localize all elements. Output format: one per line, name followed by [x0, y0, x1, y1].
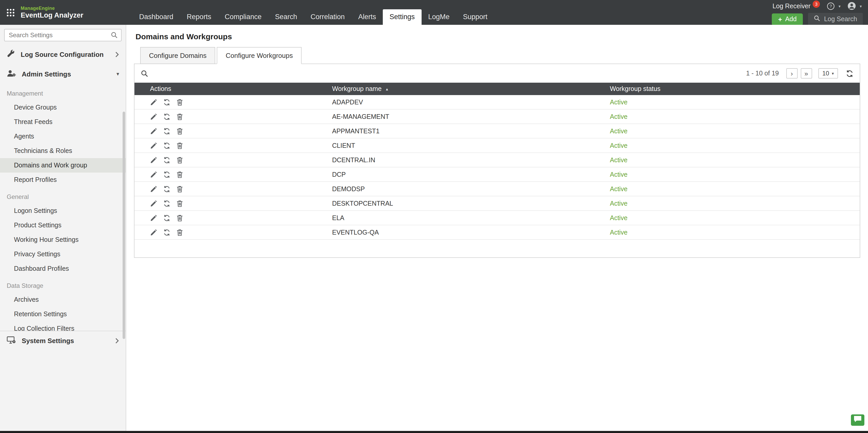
- sync-icon[interactable]: [163, 113, 171, 120]
- sidebar-item-dashboard-profiles[interactable]: Dashboard Profiles: [0, 262, 126, 276]
- delete-icon[interactable]: [176, 214, 183, 222]
- edit-icon[interactable]: [150, 98, 157, 106]
- log-receiver-link[interactable]: Log Receiver: [773, 2, 811, 9]
- sidebar-item-report-profiles[interactable]: Report Profiles: [0, 173, 126, 187]
- sidebar-item-product-settings[interactable]: Product Settings: [0, 218, 126, 233]
- delete-icon[interactable]: [176, 156, 183, 164]
- sidebar-item-privacy-settings[interactable]: Privacy Settings: [0, 247, 126, 262]
- table-row: DCENTRAL.INActive: [134, 153, 860, 167]
- delete-icon[interactable]: [176, 142, 183, 149]
- sync-icon[interactable]: [163, 229, 171, 236]
- edit-icon[interactable]: [150, 200, 157, 207]
- nav-tab-dashboard[interactable]: Dashboard: [132, 9, 180, 25]
- delete-icon[interactable]: [176, 98, 183, 106]
- delete-icon[interactable]: [176, 185, 183, 193]
- sidebar-section-title: Data Storage: [0, 276, 126, 293]
- sidebar-item-retention-settings[interactable]: Retention Settings: [0, 307, 126, 322]
- workgroup-name: DCP: [327, 171, 607, 178]
- sync-icon[interactable]: [163, 200, 171, 207]
- row-actions: [134, 214, 327, 222]
- table-row: DCPActive: [134, 167, 860, 182]
- delete-icon[interactable]: [176, 229, 183, 236]
- edit-icon[interactable]: [150, 156, 157, 164]
- edit-icon[interactable]: [150, 171, 157, 178]
- chat-button[interactable]: [851, 414, 864, 426]
- sidebar-item-device-groups[interactable]: Device Groups: [0, 100, 126, 115]
- sidebar-item-domains-and-work-group[interactable]: Domains and Work group: [0, 158, 126, 173]
- edit-icon[interactable]: [150, 113, 157, 120]
- sidebar-item-agents[interactable]: Agents: [0, 129, 126, 144]
- nav-tab-settings[interactable]: Settings: [383, 9, 422, 25]
- user-avatar-icon[interactable]: [847, 2, 856, 10]
- sidebar-item-log-collection-filters[interactable]: Log Collection Filters: [0, 322, 126, 331]
- sidebar-item-threat-feeds[interactable]: Threat Feeds: [0, 115, 126, 129]
- sync-icon[interactable]: [163, 214, 171, 222]
- primary-nav: DashboardReportsComplianceSearchCorrelat…: [126, 0, 494, 25]
- edit-icon[interactable]: [150, 142, 157, 149]
- delete-icon[interactable]: [176, 127, 183, 135]
- nav-tab-search[interactable]: Search: [268, 9, 304, 25]
- bottom-strip: [0, 431, 868, 433]
- log-search-button[interactable]: Log Search: [808, 13, 863, 25]
- column-label: Workgroup name: [332, 85, 381, 93]
- app-root: ManageEngine EventLog Analyzer Dashboard…: [0, 0, 868, 433]
- sidebar-item-logon-settings[interactable]: Logon Settings: [0, 204, 126, 218]
- sidebar-item-archives[interactable]: Archives: [0, 293, 126, 307]
- workgroup-name: ADAPDEV: [327, 98, 607, 106]
- tab-configure-workgroups[interactable]: Configure Workgroups: [217, 47, 302, 64]
- next-page-button[interactable]: ›: [786, 68, 797, 78]
- tab-configure-domains[interactable]: Configure Domains: [140, 47, 215, 64]
- settings-sidebar: Log Source Configuration Admin Settings …: [0, 25, 126, 433]
- table-row: AE-MANAGEMENTActive: [134, 109, 860, 124]
- settings-search-input[interactable]: [4, 29, 122, 41]
- nav-tab-logme[interactable]: LogMe: [421, 9, 456, 25]
- sync-icon[interactable]: [163, 156, 171, 164]
- sort-asc-icon: ▲: [385, 87, 389, 91]
- user-caret-icon[interactable]: ▾: [860, 4, 862, 9]
- search-icon[interactable]: [111, 32, 118, 41]
- sidebar-group-system-settings[interactable]: System Settings: [0, 331, 126, 350]
- group-label: System Settings: [22, 337, 110, 345]
- table-row: ADAPDEVActive: [134, 95, 860, 109]
- sidebar-scrollbar[interactable]: [123, 111, 125, 339]
- delete-icon[interactable]: [176, 171, 183, 178]
- sync-icon[interactable]: [163, 98, 171, 106]
- nav-tab-compliance[interactable]: Compliance: [218, 9, 269, 25]
- help-caret-icon[interactable]: ▾: [838, 4, 841, 9]
- column-workgroup-name[interactable]: Workgroup name ▲: [327, 85, 607, 93]
- help-icon[interactable]: ?: [827, 2, 835, 10]
- column-actions[interactable]: Actions: [134, 85, 327, 93]
- log-search-label: Log Search: [824, 15, 857, 23]
- edit-icon[interactable]: [150, 185, 157, 193]
- sync-icon[interactable]: [163, 171, 171, 178]
- nav-tab-correlation[interactable]: Correlation: [304, 9, 351, 25]
- add-button[interactable]: +Add: [772, 13, 803, 25]
- sidebar-group-admin-settings[interactable]: Admin Settings ▾: [0, 64, 126, 84]
- delete-icon[interactable]: [176, 200, 183, 207]
- edit-icon[interactable]: [150, 127, 157, 135]
- sidebar-item-working-hour-settings[interactable]: Working Hour Settings: [0, 233, 126, 247]
- sync-icon[interactable]: [163, 142, 171, 149]
- workgroup-status: Active: [607, 214, 860, 222]
- edit-icon[interactable]: [150, 229, 157, 236]
- page-size-select[interactable]: 10 ▾: [818, 68, 838, 78]
- nav-tab-reports[interactable]: Reports: [180, 9, 218, 25]
- table-row: EVENTLOG-QAActive: [134, 225, 860, 240]
- apps-grid-icon[interactable]: [6, 8, 15, 17]
- sync-icon[interactable]: [163, 127, 171, 135]
- workgroup-status: Active: [607, 142, 860, 149]
- column-workgroup-status[interactable]: Workgroup status: [607, 85, 860, 93]
- delete-icon[interactable]: [176, 113, 183, 120]
- refresh-icon[interactable]: [846, 69, 854, 77]
- notification-badge[interactable]: 3: [813, 0, 820, 7]
- table-search-icon[interactable]: [141, 69, 149, 77]
- row-actions: [134, 156, 327, 164]
- sync-icon[interactable]: [163, 185, 171, 193]
- nav-tab-support[interactable]: Support: [456, 9, 494, 25]
- nav-tab-alerts[interactable]: Alerts: [351, 9, 383, 25]
- edit-icon[interactable]: [150, 214, 157, 222]
- last-page-button[interactable]: »: [801, 68, 812, 78]
- group-label: Admin Settings: [22, 70, 111, 78]
- sidebar-item-technicians-roles[interactable]: Technicians & Roles: [0, 144, 126, 158]
- sidebar-group-log-source-configuration[interactable]: Log Source Configuration: [0, 44, 126, 64]
